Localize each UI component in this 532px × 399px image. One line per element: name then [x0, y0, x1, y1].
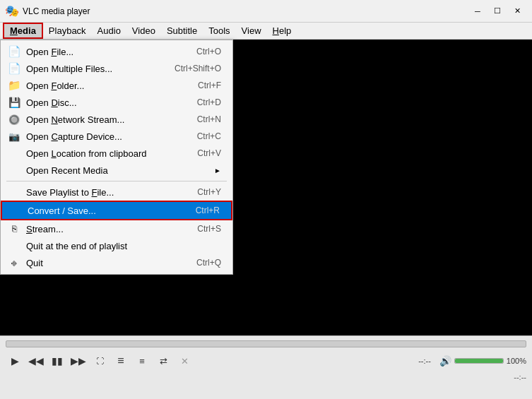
open-capture-shortcut: Ctrl+C — [197, 131, 221, 141]
menu-entry-quit[interactable]: ⎆ Quit Ctrl+Q — [1, 254, 232, 271]
quit-label: Quit — [26, 258, 182, 268]
open-disc-label: Open Disc... — [26, 97, 183, 108]
quit-shortcut: Ctrl+Q — [196, 258, 221, 268]
menu-entry-stream[interactable]: ⎘ Stream... Ctrl+S — [1, 220, 232, 237]
open-file-label: Open File... — [26, 47, 182, 57]
convert-save-label: Convert / Save... — [28, 206, 182, 216]
menu-entry-open-network[interactable]: 🔘 Open Network Stream... Ctrl+N — [1, 111, 232, 128]
status-time: --:-- — [514, 373, 526, 381]
time-display: --:-- — [418, 357, 431, 365]
menu-bar: Media Playback Audio Video Subtitle Tool… — [0, 23, 532, 40]
menu-item-audio[interactable]: Audio — [92, 23, 126, 39]
quit-playlist-label: Quit at the end of playlist — [26, 241, 207, 251]
separator-1 — [6, 181, 227, 181]
open-multiple-label: Open Multiple Files... — [26, 64, 160, 74]
open-file-shortcut: Ctrl+O — [196, 47, 221, 56]
quit-icon: ⎆ — [6, 256, 22, 269]
quit-playlist-icon — [6, 239, 22, 252]
open-recent-arrow: ► — [214, 167, 221, 174]
play-button[interactable]: ▶ — [6, 353, 24, 369]
prev-button[interactable]: ◀◀ — [27, 353, 45, 369]
app-icon: 🎭 — [6, 5, 18, 18]
open-multiple-icon: 📄 — [6, 62, 22, 75]
menu-entry-open-recent[interactable]: Open Recent Media ► — [1, 162, 232, 179]
restore-button[interactable]: ☐ — [488, 4, 507, 18]
menu-item-playback[interactable]: Playback — [43, 23, 92, 39]
volume-fill — [455, 359, 503, 363]
menu-item-video[interactable]: Video — [126, 23, 161, 39]
menu-entry-quit-playlist[interactable]: Quit at the end of playlist — [1, 237, 232, 254]
stream-shortcut: Ctrl+S — [197, 224, 221, 234]
menu-entry-open-capture[interactable]: 📷 Open Capture Device... Ctrl+C — [1, 128, 232, 145]
save-playlist-shortcut: Ctrl+Y — [197, 187, 221, 197]
media-dropdown: 📄 Open File... Ctrl+O 📄 Open Multiple Fi… — [0, 40, 233, 275]
status-bar: --:-- — [0, 371, 532, 383]
menu-entry-save-playlist[interactable]: Save Playlist to File... Ctrl+Y — [1, 184, 232, 201]
volume-label: 100% — [507, 357, 526, 365]
open-disc-shortcut: Ctrl+D — [197, 97, 221, 107]
open-location-shortcut: Ctrl+V — [197, 148, 221, 158]
menu-entry-open-folder[interactable]: 📁 Open Folder... Ctrl+F — [1, 77, 232, 94]
playlist-button[interactable]: ≡ — [133, 353, 151, 369]
menu-entry-open-file[interactable]: 📄 Open File... Ctrl+O — [1, 43, 232, 60]
convert-save-shortcut: Ctrl+R — [196, 206, 220, 215]
shuffle-button[interactable]: ⇄ — [154, 353, 172, 369]
stop-button[interactable]: ▮▮ — [48, 353, 66, 369]
menu-entry-open-location[interactable]: Open Location from clipboard Ctrl+V — [1, 145, 232, 162]
open-folder-icon: 📁 — [6, 79, 22, 92]
menu-entry-convert-save[interactable]: Convert / Save... Ctrl+R — [1, 201, 232, 220]
open-multiple-shortcut: Ctrl+Shift+O — [175, 64, 221, 73]
menu-item-help[interactable]: Help — [267, 23, 297, 39]
open-disc-icon: 💾 — [6, 96, 22, 109]
open-folder-shortcut: Ctrl+F — [198, 81, 221, 90]
open-location-icon — [6, 147, 22, 160]
menu-item-tools[interactable]: Tools — [203, 23, 235, 39]
open-capture-icon: 📷 — [6, 130, 22, 143]
menu-entry-open-disc[interactable]: 💾 Open Disc... Ctrl+D — [1, 94, 232, 111]
volume-bar[interactable] — [454, 358, 504, 364]
next-button[interactable]: ▶▶ — [69, 353, 88, 369]
close-button[interactable]: ✕ — [508, 4, 526, 18]
volume-area: 🔊 100% — [439, 355, 526, 367]
open-file-icon: 📄 — [6, 45, 22, 58]
minimize-button[interactable]: ─ — [468, 4, 487, 18]
save-playlist-icon — [6, 186, 22, 198]
menu-item-media[interactable]: Media — [3, 23, 43, 39]
title-bar-controls: ─ ☐ ✕ — [468, 4, 526, 18]
open-network-label: Open Network Stream... — [26, 114, 183, 125]
fullscreen-button[interactable]: ⛶ — [90, 353, 109, 369]
open-network-icon: 🔘 — [6, 113, 22, 126]
menu-item-view[interactable]: View — [236, 23, 267, 39]
stream-icon: ⎘ — [6, 222, 22, 235]
bottom-controls: ▶ ◀◀ ▮▮ ▶▶ ⛶ ≡ ≡ ⇄ ✕ --:-- 🔊 100% --:-- — [0, 335, 532, 399]
convert-save-icon — [8, 204, 23, 217]
open-folder-label: Open Folder... — [26, 81, 184, 91]
open-network-shortcut: Ctrl+N — [197, 114, 221, 124]
extended-button[interactable]: ≡ — [112, 353, 130, 369]
open-location-label: Open Location from clipboard — [26, 148, 183, 159]
seek-bar[interactable] — [6, 340, 526, 347]
main-area: 📄 Open File... Ctrl+O 📄 Open Multiple Fi… — [0, 40, 532, 335]
controls-row: ▶ ◀◀ ▮▮ ▶▶ ⛶ ≡ ≡ ⇄ ✕ --:-- 🔊 100% — [0, 350, 532, 371]
repeat-button[interactable]: ✕ — [175, 353, 194, 369]
menu-entry-open-multiple[interactable]: 📄 Open Multiple Files... Ctrl+Shift+O — [1, 60, 232, 77]
title-bar: 🎭 VLC media player ─ ☐ ✕ — [0, 0, 532, 23]
menu-item-subtitle[interactable]: Subtitle — [161, 23, 203, 39]
save-playlist-label: Save Playlist to File... — [26, 187, 183, 198]
stream-label: Stream... — [26, 224, 183, 234]
title-bar-text: VLC media player — [23, 6, 468, 16]
open-recent-label: Open Recent Media — [26, 165, 211, 176]
open-recent-icon — [6, 164, 22, 177]
volume-icon: 🔊 — [439, 355, 451, 367]
open-capture-label: Open Capture Device... — [26, 131, 183, 142]
